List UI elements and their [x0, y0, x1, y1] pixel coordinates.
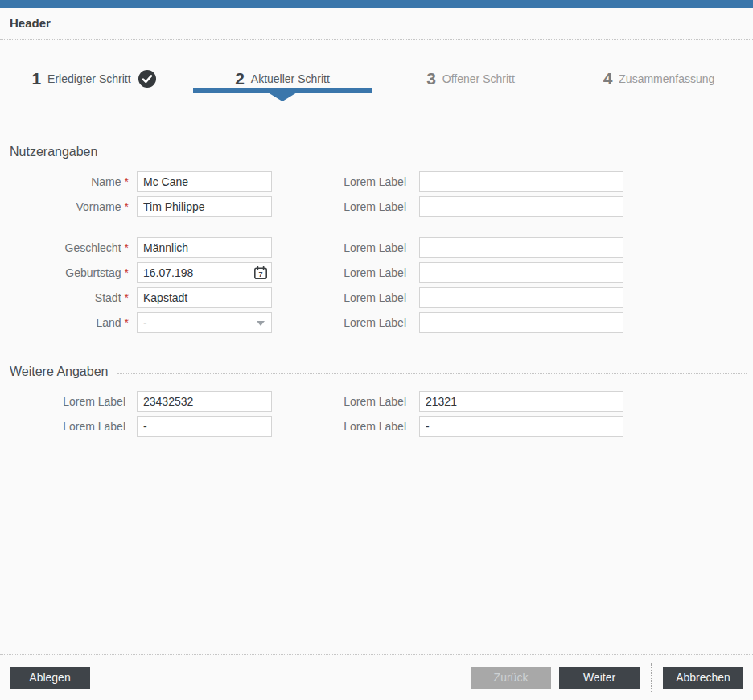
land-select-value[interactable] — [137, 312, 272, 333]
page-header: Header — [0, 8, 753, 40]
lorem-input-1[interactable] — [419, 171, 623, 192]
step-label: Aktueller Schritt — [251, 72, 330, 85]
nutzerangaben-grid: Name* Lorem Label Vorname* Lorem Label G… — [10, 171, 747, 333]
date-field-wrapper: 7 — [137, 262, 272, 283]
form-content: Nutzerangaben Name* Lorem Label Vorname*… — [0, 145, 753, 437]
section-nutzerangaben-header: Nutzerangaben — [10, 145, 747, 159]
weitere-lorem-input-3[interactable] — [137, 416, 272, 437]
footer-right-group: Zurück Weiter Abbrechen — [463, 663, 743, 692]
step-3-offener-schritt[interactable]: 3 Offener Schritt — [376, 40, 565, 100]
step-2-aktueller-schritt[interactable]: 2 Aktueller Schritt — [188, 40, 376, 100]
form-group-spacer — [10, 221, 623, 233]
field-label-stadt: Stadt* — [10, 287, 129, 308]
step-1-erledigter-schritt[interactable]: 1 Erledigter Schritt — [0, 40, 188, 100]
step-4-zusammenfassung[interactable]: 4 Zusammenfassung — [565, 40, 753, 100]
chevron-down-icon — [257, 321, 265, 326]
button-group-divider — [651, 663, 652, 692]
weitere-angaben-grid: Lorem Label Lorem Label Lorem Label Lore… — [10, 391, 747, 437]
geschlecht-input[interactable] — [137, 237, 272, 258]
weitere-lorem-input-2[interactable] — [419, 391, 623, 412]
weitere-lorem-input-1[interactable] — [137, 391, 272, 412]
top-accent-bar — [0, 0, 753, 8]
section-title: Nutzerangaben — [10, 145, 97, 159]
weiter-button[interactable]: Weiter — [559, 667, 640, 689]
section-weitere-angaben-header: Weitere Angaben — [10, 364, 747, 379]
lorem-input-2[interactable] — [419, 196, 623, 217]
field-label-lorem: Lorem Label — [272, 262, 409, 283]
section-title: Weitere Angaben — [10, 364, 108, 379]
calendar-icon[interactable]: 7 — [252, 265, 269, 281]
active-step-arrow — [268, 93, 297, 101]
field-label-lorem: Lorem Label — [10, 391, 129, 412]
lorem-input-3[interactable] — [419, 237, 623, 258]
abbrechen-button[interactable]: Abbrechen — [663, 667, 743, 689]
ablegen-button[interactable]: Ablegen — [10, 667, 90, 689]
field-label-lorem: Lorem Label — [272, 171, 409, 192]
step-number: 2 — [235, 69, 245, 89]
field-label-lorem: Lorem Label — [272, 312, 409, 333]
lorem-input-4[interactable] — [419, 262, 623, 283]
footer-action-bar: Ablegen Zurück Weiter Abbrechen — [0, 654, 753, 700]
wizard-steps: 1 Erledigter Schritt 2 Aktueller Schritt… — [0, 40, 753, 100]
field-label-lorem: Lorem Label — [272, 416, 409, 437]
field-label-vorname: Vorname* — [10, 196, 129, 217]
vorname-input[interactable] — [137, 196, 272, 217]
stadt-input[interactable] — [137, 287, 272, 308]
step-number: 4 — [603, 69, 613, 89]
land-select[interactable] — [137, 312, 272, 333]
step-label: Erledigter Schritt — [47, 72, 130, 85]
section-divider — [117, 373, 747, 374]
lorem-input-6[interactable] — [419, 312, 623, 333]
field-label-geburtstag: Geburtstag* — [10, 262, 129, 283]
field-label-lorem: Lorem Label — [10, 416, 129, 437]
field-label-name: Name* — [10, 171, 129, 192]
svg-text:7: 7 — [258, 270, 262, 278]
lorem-input-5[interactable] — [419, 287, 623, 308]
field-label-lorem: Lorem Label — [272, 196, 409, 217]
section-divider — [107, 154, 747, 154]
field-label-lorem: Lorem Label — [272, 237, 409, 258]
weitere-lorem-input-4[interactable] — [419, 416, 623, 437]
step-label: Zusammenfassung — [619, 72, 714, 85]
check-circle-icon — [138, 69, 157, 89]
field-label-lorem: Lorem Label — [272, 287, 409, 308]
field-label-geschlecht: Geschlecht* — [10, 237, 129, 258]
field-label-lorem: Lorem Label — [272, 391, 409, 412]
step-number: 1 — [31, 69, 41, 89]
name-input[interactable] — [137, 171, 272, 192]
step-label: Offener Schritt — [442, 72, 515, 85]
page-title: Header — [10, 16, 51, 30]
zurueck-button[interactable]: Zurück — [471, 667, 551, 689]
field-label-land: Land* — [10, 312, 129, 333]
step-number: 3 — [426, 69, 436, 89]
